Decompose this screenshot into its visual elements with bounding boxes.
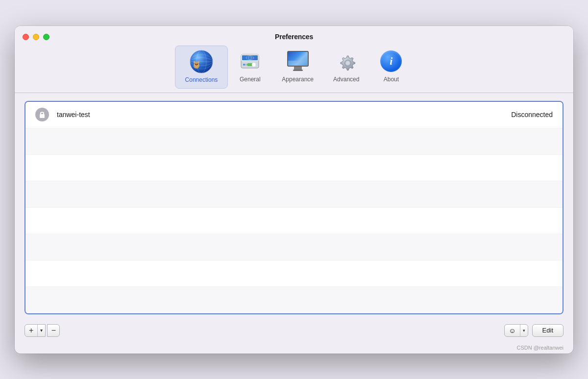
svg-rect-27	[40, 114, 45, 118]
svg-point-23	[243, 64, 245, 66]
tab-connections-label: Connections	[185, 76, 218, 83]
tab-about-label: About	[384, 76, 399, 83]
appearance-icon	[286, 49, 310, 73]
table-row[interactable]	[25, 234, 563, 261]
table-row[interactable]	[25, 181, 563, 208]
general-icon	[238, 49, 262, 73]
tab-connections[interactable]: Connections	[175, 46, 228, 89]
remove-button[interactable]: −	[47, 324, 60, 337]
titlebar: Preferences	[15, 26, 573, 41]
bottom-right-controls: ☺ ▾ Edit	[504, 324, 564, 337]
add-button-group[interactable]: + ▾	[24, 324, 46, 337]
connections-icon	[190, 50, 213, 73]
svg-point-14	[197, 61, 199, 63]
watermark: CSDN @realtanwei	[15, 345, 573, 354]
about-icon: i	[379, 49, 403, 73]
maximize-button[interactable]	[43, 34, 49, 40]
table-row[interactable]	[25, 155, 563, 181]
svg-point-24	[245, 64, 247, 66]
edit-button[interactable]: Edit	[532, 324, 564, 337]
preferences-window: Preferences	[15, 26, 573, 354]
connection-status: Disconnected	[511, 111, 553, 118]
action-dropdown-arrow[interactable]: ▾	[520, 325, 528, 336]
tab-advanced-label: Advanced	[333, 76, 359, 83]
bottom-bar: + ▾ − ☺ ▾ Edit	[15, 320, 573, 345]
svg-point-12	[196, 65, 197, 66]
bottom-left-controls: + ▾ −	[24, 324, 60, 337]
lock-icon	[35, 108, 49, 121]
action-button-group[interactable]: ☺ ▾	[504, 324, 528, 337]
action-icon: ☺	[505, 325, 519, 336]
tab-about[interactable]: i About	[369, 46, 413, 89]
table-row[interactable]	[25, 128, 563, 155]
tab-appearance-label: Appearance	[282, 76, 314, 83]
close-button[interactable]	[23, 34, 29, 40]
table-row[interactable]	[25, 208, 563, 234]
connection-name: tanwei-test	[57, 111, 511, 118]
tab-general[interactable]: General	[228, 46, 272, 89]
traffic-lights	[23, 34, 49, 40]
svg-point-13	[194, 61, 196, 63]
connections-list[interactable]: tanwei-test Disconnected	[24, 101, 564, 314]
advanced-icon	[335, 49, 358, 73]
toolbar: Connections	[15, 41, 573, 89]
window-title: Preferences	[275, 33, 313, 41]
tab-appearance[interactable]: Appearance	[272, 46, 323, 89]
table-row[interactable]: tanwei-test Disconnected	[25, 102, 563, 128]
tab-general-label: General	[240, 76, 261, 83]
svg-point-22	[252, 63, 256, 67]
add-dropdown-arrow[interactable]: ▾	[38, 325, 45, 336]
table-row[interactable]	[25, 287, 563, 313]
table-row[interactable]	[25, 261, 563, 287]
svg-point-26	[345, 61, 349, 65]
about-info-icon: i	[380, 50, 402, 72]
tab-advanced[interactable]: Advanced	[323, 46, 369, 89]
minimize-button[interactable]	[33, 34, 39, 40]
add-button[interactable]: +	[25, 325, 38, 336]
main-content: tanwei-test Disconnected	[15, 93, 573, 320]
